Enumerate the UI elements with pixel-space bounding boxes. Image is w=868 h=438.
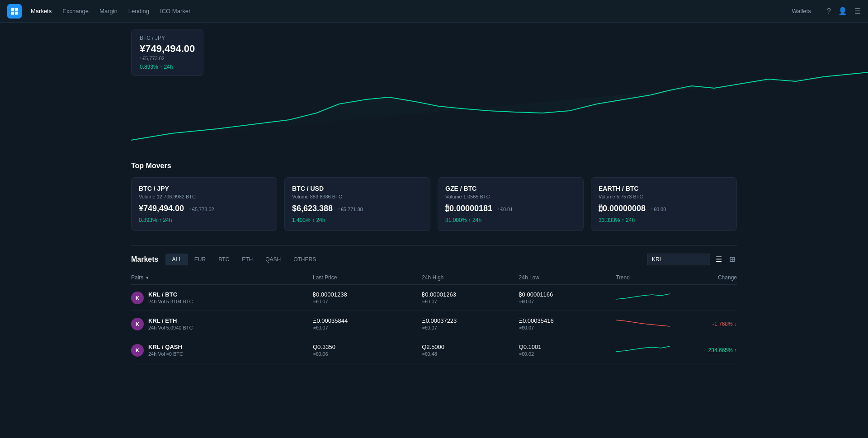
markets-title: Markets — [131, 255, 158, 264]
markets-tabs: ALL EUR BTC ETH QASH OTHERS — [165, 254, 322, 265]
tab-eth[interactable]: ETH — [236, 254, 259, 265]
hero-price-card: BTC / JPY ¥749,494.00 ≈€5,773.02 0.893% … — [131, 29, 203, 76]
low-sub-2: ≈€0.02 — [519, 351, 616, 357]
table-header-row: Pairs ▼ Last Price 24h High 24h Low Tren… — [131, 271, 737, 285]
list-view-btn[interactable]: ☰ — [714, 253, 724, 265]
pair-info-1: KRL / ETH 24h Vol 5.0940 BTC — [148, 317, 193, 330]
sort-arrow-pairs: ▼ — [145, 275, 150, 280]
mover-eur-3: ≈€0.00 — [651, 207, 666, 212]
section-divider — [131, 245, 737, 246]
cell-high-0: ₿0.00001263 ≈€0.07 — [422, 285, 519, 311]
help-icon[interactable]: ? — [827, 7, 831, 15]
wallets-link[interactable]: Wallets — [792, 8, 811, 14]
cell-low-2: Q0.1001 ≈€0.02 — [519, 337, 616, 363]
high-sub-2: ≈€0.48 — [422, 351, 519, 357]
cell-pair-2: K KRL / QASH 24h Vol ≈0 BTC — [131, 337, 313, 363]
mover-eur-2: ≈€0.01 — [498, 207, 513, 212]
pair-icon-2: K — [131, 344, 144, 357]
cell-low-1: Ξ0.00035416 ≈€0.07 — [519, 311, 616, 337]
menu-icon[interactable]: ☰ — [854, 7, 861, 15]
mini-chart-2 — [616, 343, 670, 356]
pair-vol-0: 24h Vol 5.3104 BTC — [148, 299, 193, 304]
cell-pair-1: K KRL / ETH 24h Vol 5.0940 BTC — [131, 311, 313, 337]
mover-eur-0: ≈€5,773.02 — [189, 207, 214, 212]
mover-change-1: 1.400% ↑ 24h — [292, 217, 423, 223]
hero-pair: BTC / JPY — [140, 35, 195, 41]
nav-margin[interactable]: Margin — [99, 8, 118, 14]
cell-high-1: Ξ0.00037223 ≈€0.07 — [422, 311, 519, 337]
nav-divider: | — [818, 8, 820, 14]
low-sub-1: ≈€0.07 — [519, 325, 616, 330]
cell-low-0: ₿0.00001166 ≈€0.07 — [519, 285, 616, 311]
mover-pair-0: BTC / JPY — [139, 185, 269, 192]
pair-vol-2: 24h Vol ≈0 BTC — [148, 351, 183, 357]
mover-change-2: 81.000% ↑ 24h — [445, 217, 576, 223]
pair-name-2: KRL / QASH — [148, 344, 183, 350]
price-sub-2: ≈€0.06 — [313, 351, 422, 357]
cell-trend-2 — [616, 337, 701, 363]
table-row[interactable]: K KRL / BTC 24h Vol 5.3104 BTC ₿0.000012… — [131, 285, 737, 311]
pair-info-0: KRL / BTC 24h Vol 5.3104 BTC — [148, 291, 193, 304]
svg-rect-0 — [11, 8, 14, 11]
top-movers-title: Top Movers — [131, 162, 737, 170]
tab-all[interactable]: ALL — [165, 254, 188, 265]
mover-card-2[interactable]: GZE / BTC Volume 1.0565 BTC ₿0.00000181 … — [438, 177, 584, 231]
mover-price-3: ₿0.00000008 — [599, 204, 646, 213]
navbar: Markets Exchange Margin Lending ICO Mark… — [0, 0, 868, 23]
tab-btc[interactable]: BTC — [212, 254, 236, 265]
markets-controls: ☰ ⊞ — [647, 253, 737, 265]
tab-others[interactable]: OTHERS — [287, 254, 322, 265]
high-sub-1: ≈€0.07 — [422, 325, 519, 330]
cell-price-0: ₿0.00001238 ≈€0.07 — [313, 285, 422, 311]
change-value-1: -1.768% ↓ — [712, 321, 737, 327]
nav-ico-market[interactable]: ICO Market — [160, 8, 190, 14]
market-table: Pairs ▼ Last Price 24h High 24h Low Tren… — [131, 271, 737, 363]
mover-card-0[interactable]: BTC / JPY Volume 12,706.9982 BTC ¥749,49… — [131, 177, 277, 231]
markets-header: Markets ALL EUR BTC ETH QASH OTHERS ☰ ⊞ — [131, 253, 737, 265]
col-header-low: 24h Low — [519, 271, 616, 285]
price-main-1: Ξ0.00035844 — [313, 317, 422, 324]
mini-chart-1 — [616, 316, 670, 330]
nav-right: Wallets | ? 👤 ☰ — [792, 7, 861, 15]
mover-price-2: ₿0.00000181 — [445, 204, 492, 213]
mover-pair-3: EARTH / BTC — [599, 185, 729, 192]
low-main-0: ₿0.00001166 — [519, 291, 616, 298]
nav-markets[interactable]: Markets — [31, 8, 52, 14]
low-sub-0: ≈€0.07 — [519, 299, 616, 304]
mover-card-1[interactable]: BTC / USD Volume 883.8386 BTC $6,623.388… — [284, 177, 430, 231]
cell-change-2: 234.665% ↑ — [701, 337, 737, 363]
mover-eur-1: ≈€5,771.88 — [338, 207, 363, 212]
cell-trend-0 — [616, 285, 701, 311]
pair-icon-1: K — [131, 318, 144, 330]
table-row[interactable]: K KRL / ETH 24h Vol 5.0940 BTC Ξ0.000358… — [131, 311, 737, 337]
nav-lending[interactable]: Lending — [128, 8, 149, 14]
pair-icon-0: K — [131, 292, 144, 304]
logo[interactable] — [7, 4, 22, 19]
mover-pair-2: GZE / BTC — [445, 185, 576, 192]
mover-pair-1: BTC / USD — [292, 185, 423, 192]
col-header-change: Change — [701, 271, 737, 285]
pair-name-0: KRL / BTC — [148, 291, 193, 298]
pair-name-1: KRL / ETH — [148, 317, 193, 324]
grid-view-btn[interactable]: ⊞ — [727, 253, 737, 265]
search-input[interactable] — [647, 254, 710, 265]
price-main-2: Q0.3350 — [313, 344, 422, 350]
table-row[interactable]: K KRL / QASH 24h Vol ≈0 BTC Q0.3350 ≈€0.… — [131, 337, 737, 363]
cell-price-1: Ξ0.00035844 ≈€0.07 — [313, 311, 422, 337]
price-main-0: ₿0.00001238 — [313, 291, 422, 298]
col-header-trend: Trend — [616, 271, 701, 285]
top-movers-grid: BTC / JPY Volume 12,706.9982 BTC ¥749,49… — [131, 177, 737, 231]
tab-eur[interactable]: EUR — [188, 254, 212, 265]
user-icon[interactable]: 👤 — [838, 7, 847, 15]
nav-exchange[interactable]: Exchange — [62, 8, 89, 14]
tab-qash[interactable]: QASH — [259, 254, 287, 265]
svg-rect-3 — [15, 11, 18, 14]
mover-volume-0: Volume 12,706.9982 BTC — [139, 194, 269, 199]
mover-price-row-2: ₿0.00000181 ≈€0.01 — [445, 204, 576, 213]
col-header-pairs[interactable]: Pairs ▼ — [131, 271, 313, 285]
mover-card-3[interactable]: EARTH / BTC Volume 5.7573 BTC ₿0.0000000… — [591, 177, 737, 231]
hero-price: ¥749,494.00 — [140, 43, 195, 55]
hero-eur: ≈€5,773.02 — [140, 56, 195, 61]
price-sub-0: ≈€0.07 — [313, 299, 422, 304]
high-sub-0: ≈€0.07 — [422, 299, 519, 304]
